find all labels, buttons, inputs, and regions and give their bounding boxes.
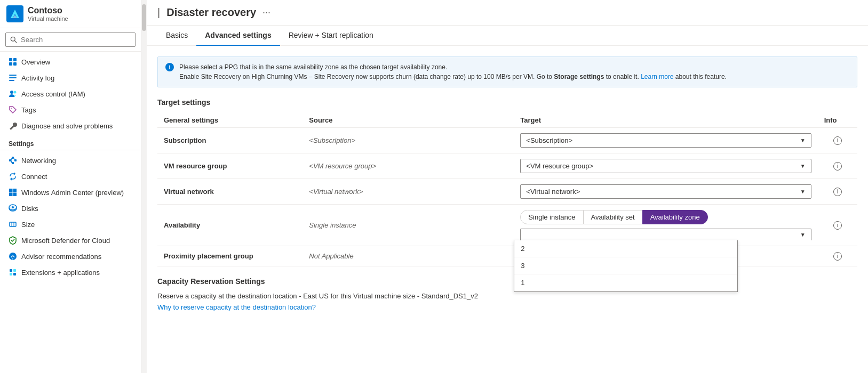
sidebar-item-overview[interactable]: Overview	[0, 54, 141, 70]
svg-point-10	[10, 91, 13, 94]
sidebar-item-networking-label: Networking	[21, 157, 56, 165]
svg-point-11	[14, 91, 17, 94]
sidebar-item-extensions[interactable]: Extensions + applications	[0, 264, 141, 280]
sidebar-item-connect-label: Connect	[21, 173, 47, 181]
learn-more-link[interactable]: Learn more	[641, 73, 673, 80]
row-ppg-info: i	[818, 246, 857, 266]
capacity-link[interactable]: Why to reserve capacity at the destinati…	[157, 303, 316, 311]
row-vmrg-info: i	[818, 153, 857, 179]
target-settings-title: Target settings	[157, 98, 857, 107]
info-circle-icon[interactable]: i	[833, 162, 842, 171]
row-availability-source: Single instance	[302, 205, 514, 246]
sidebar-item-activity-log[interactable]: Activity log	[0, 70, 141, 86]
extension-icon	[9, 268, 17, 277]
vnet-dropdown[interactable]: <Virtual network> ▼	[520, 184, 811, 199]
info-circle-icon[interactable]: i	[833, 252, 842, 261]
svg-rect-34	[10, 273, 12, 275]
sidebar-item-tags[interactable]: Tags	[0, 102, 141, 118]
table-row: Subscription <Subscription> <Subscriptio…	[157, 128, 857, 153]
app-subtitle: Virtual machine	[28, 15, 68, 22]
contoso-logo	[6, 5, 23, 22]
row-vmrg-source: <VM resource group>	[302, 153, 514, 179]
svg-point-12	[11, 108, 12, 109]
row-vnet-target: <Virtual network> ▼	[514, 179, 817, 205]
sidebar-item-windows-admin[interactable]: Windows Admin Center (preview)	[0, 184, 141, 200]
svg-rect-7	[9, 75, 17, 76]
sidebar-item-windows-admin-label: Windows Admin Center (preview)	[21, 189, 124, 197]
more-options-button[interactable]: ···	[262, 7, 270, 18]
sidebar-header: Contoso Virtual machine	[0, 0, 141, 28]
shield-icon	[9, 236, 17, 245]
search-input[interactable]	[5, 33, 136, 47]
main-content: | Disaster recovery ··· Basics Advanced …	[147, 0, 868, 373]
row-subscription-source: <Subscription>	[302, 128, 514, 153]
row-vmrg-label: VM resource group	[157, 153, 302, 179]
chevron-down-icon: ▼	[800, 189, 806, 194]
sidebar-item-tags-label: Tags	[21, 106, 36, 114]
subscription-dropdown[interactable]: <Subscription> ▼	[520, 133, 811, 148]
info-text: Please select a PPG that is in the same …	[179, 62, 727, 82]
sidebar-item-access-control[interactable]: Access control (IAM)	[0, 86, 141, 102]
sidebar-item-defender[interactable]: Microsoft Defender for Cloud	[0, 232, 141, 248]
svg-rect-9	[9, 80, 14, 81]
table-row: Proximity placement group Not Applicable…	[157, 246, 857, 266]
sidebar-scrollbar-thumb[interactable]	[142, 4, 146, 31]
row-vnet-source: <Virtual network>	[302, 179, 514, 205]
availability-zone-dropdown[interactable]: ▼	[520, 229, 811, 240]
sidebar-item-diagnose-label: Diagnose and solve problems	[21, 122, 113, 130]
tab-bar: Basics Advanced settings Review + Start …	[147, 26, 868, 46]
tab-advanced-settings[interactable]: Advanced settings	[196, 26, 280, 46]
availability-zone-dropdown-list: 2 3 1	[514, 240, 738, 292]
sidebar-item-diagnose[interactable]: Diagnose and solve problems	[0, 118, 141, 134]
row-ppg-source: Not Applicable	[302, 246, 514, 266]
svg-rect-32	[10, 269, 12, 272]
page-title: Disaster recovery	[166, 6, 256, 19]
svg-line-19	[14, 158, 14, 160]
sidebar-item-advisor[interactable]: Advisor recommendations	[0, 248, 141, 264]
svg-rect-4	[13, 58, 17, 61]
row-vnet-info: i	[818, 179, 857, 205]
tag-icon	[9, 106, 17, 114]
sidebar-item-networking[interactable]: Networking	[0, 152, 141, 168]
network-icon	[9, 156, 17, 165]
svg-line-18	[11, 160, 12, 163]
advisor-icon	[9, 252, 17, 261]
sidebar-item-size[interactable]: Size	[0, 216, 141, 232]
vmrg-dropdown[interactable]: <VM resource group> ▼	[520, 159, 811, 173]
capacity-title: Capacity Reservation Settings	[157, 277, 857, 286]
sidebar-item-disks-label: Disks	[21, 205, 38, 213]
info-circle-icon[interactable]: i	[833, 188, 842, 196]
dropdown-option-1[interactable]: 1	[514, 274, 737, 291]
tab-basics[interactable]: Basics	[157, 26, 196, 46]
svg-rect-35	[13, 273, 16, 275]
dropdown-option-3[interactable]: 3	[514, 257, 737, 274]
avail-availability-zone[interactable]: Availability zone	[642, 210, 708, 224]
avail-availability-set[interactable]: Availability set	[584, 210, 642, 224]
vmrg-dropdown-value: <VM resource group>	[526, 162, 593, 170]
sidebar-item-connect[interactable]: Connect	[0, 168, 141, 184]
svg-rect-6	[13, 62, 17, 66]
svg-rect-14	[12, 157, 14, 159]
storage-settings-link[interactable]: Storage settings	[554, 73, 604, 80]
chevron-down-icon: ▼	[800, 232, 806, 238]
sidebar-item-disks[interactable]: Disks	[0, 200, 141, 216]
col-info: Info	[818, 113, 857, 128]
target-settings-table: General settings Source Target Info Subs…	[157, 113, 857, 266]
grid-icon	[9, 58, 17, 66]
sidebar-nav: Overview Activity log Access control (IA…	[0, 52, 141, 373]
subscription-dropdown-value: <Subscription>	[526, 136, 572, 144]
windows-icon	[9, 188, 17, 197]
list-icon	[9, 74, 17, 82]
availability-toggle: Single instance Availability set Availab…	[520, 210, 811, 224]
dropdown-option-2[interactable]: 2	[514, 240, 737, 257]
sidebar-scrollbar[interactable]	[141, 0, 147, 373]
avail-single-instance[interactable]: Single instance	[520, 210, 583, 224]
table-row: Availability Single instance Single inst…	[157, 205, 857, 246]
row-subscription-target: <Subscription> ▼	[514, 128, 817, 153]
svg-rect-8	[9, 77, 17, 78]
info-circle-icon[interactable]: i	[833, 221, 842, 230]
capacity-section: Capacity Reservation Settings Reserve a …	[157, 277, 857, 311]
tab-review-start[interactable]: Review + Start replication	[280, 26, 382, 46]
sidebar-item-extensions-label: Extensions + applications	[21, 269, 100, 277]
info-circle-icon[interactable]: i	[833, 136, 842, 145]
